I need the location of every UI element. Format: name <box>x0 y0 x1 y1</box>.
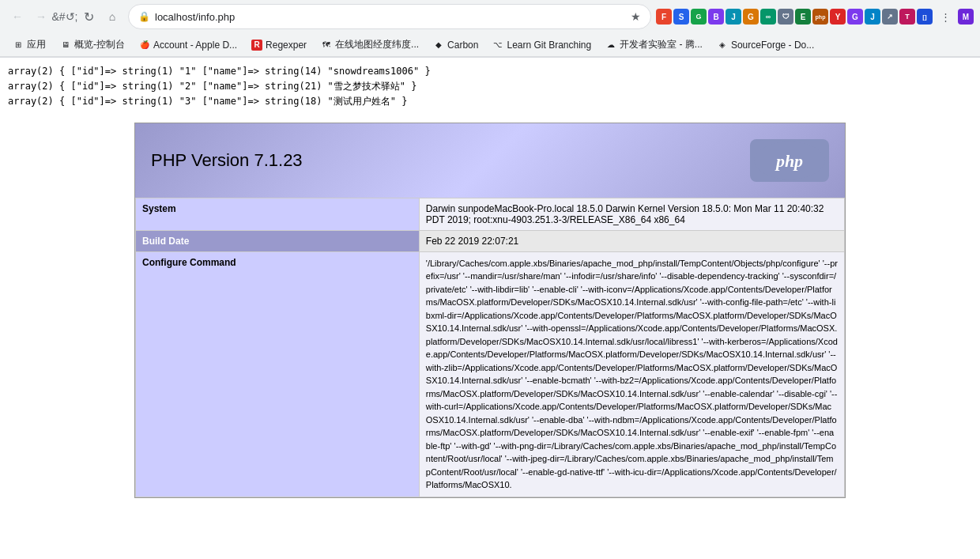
bookmark-devlab-label: 开发者实验室 - 腾... <box>620 38 703 51</box>
ext-icon-1[interactable]: F <box>656 9 672 25</box>
bookmark-apple-label: Account - Apple D... <box>153 40 237 51</box>
ext-icon-8[interactable]: 🛡 <box>778 9 793 25</box>
controlboard-favicon: 🖥 <box>60 40 71 51</box>
php-logo-svg: php <box>754 142 825 179</box>
table-cell-label: Build Date <box>136 230 420 251</box>
url-text: localhost/info.php <box>155 11 626 23</box>
preformatted-output: array(2) { ["id"]=> string(1) "1" ["name… <box>0 58 980 116</box>
output-line-1: array(2) { ["id"]=> string(1) "1" ["name… <box>8 64 972 79</box>
carbon-favicon: ◆ <box>433 40 444 51</box>
ext-icon-12[interactable]: G <box>847 9 863 25</box>
ext-icon-7[interactable]: ∞ <box>760 9 776 25</box>
ext-icon-3[interactable]: G <box>691 9 707 25</box>
bookmark-gitbranching-label: Learn Git Branching <box>507 40 591 51</box>
bookmark-apps-label: 应用 <box>27 38 46 51</box>
sourceforge-favicon: ◈ <box>717 40 728 51</box>
bookmark-controlboard-label: 概览-控制台 <box>74 38 125 51</box>
ext-icon-6[interactable]: G <box>743 9 759 25</box>
ext-icon-4[interactable]: B <box>708 9 724 25</box>
bookmark-carbon-label: Carbon <box>447 40 478 51</box>
table-row: Configure Command'/Library/Caches/com.ap… <box>136 251 845 497</box>
ext-icon-13[interactable]: J <box>865 9 880 25</box>
reload-button[interactable]: &#↺; <box>54 6 76 28</box>
table-cell-value: '/Library/Caches/com.apple.xbs/Binaries/… <box>419 251 844 497</box>
ext-icon-11[interactable]: Y <box>830 9 846 25</box>
bookmark-maps-label: 在线地图经度纬度... <box>335 38 419 51</box>
table-cell-value: Feb 22 2019 22:07:21 <box>419 230 844 251</box>
reload-button[interactable]: ↻ <box>77 6 100 28</box>
table-cell-label: Configure Command <box>136 251 420 497</box>
php-logo: php <box>750 139 829 182</box>
apps-favicon: ⊞ <box>13 40 24 51</box>
maps-favicon: 🗺 <box>321 40 332 51</box>
page-content: array(2) { ["id"]=> string(1) "1" ["name… <box>0 58 980 498</box>
phpinfo-container: PHP Version 7.1.23 php SystemDarwin sunp… <box>134 123 846 498</box>
nav-buttons: ← → &#↺; ↻ ⌂ <box>6 6 123 28</box>
ext-icon-9[interactable]: E <box>795 9 811 25</box>
svg-text:php: php <box>775 151 803 171</box>
browser-toolbar: ← → &#↺; ↻ ⌂ 🔒 localhost/info.php ★ F S … <box>0 0 980 33</box>
ext-icon-15[interactable]: T <box>899 9 915 25</box>
ext-icon-14[interactable]: ↗ <box>882 9 898 25</box>
table-cell-value: Darwin sunpodeMacBook-Pro.local 18.5.0 D… <box>419 198 844 230</box>
bookmark-sourceforge[interactable]: ◈ SourceForge - Do... <box>710 37 820 53</box>
devlab-favicon: ☁ <box>605 40 616 51</box>
table-row: SystemDarwin sunpodeMacBook-Pro.local 18… <box>136 198 845 230</box>
ext-icon-2[interactable]: S <box>673 9 689 25</box>
bookmark-controlboard[interactable]: 🖥 概览-控制台 <box>54 36 131 54</box>
ext-icon-17[interactable]: M <box>958 9 974 25</box>
toolbar-icons: F S G B J G ∞ 🛡 E php Y G J ↗ T [] ⋮ M <box>656 6 974 28</box>
home-button[interactable]: ⌂ <box>101 6 123 28</box>
apple-favicon: 🍎 <box>139 40 150 51</box>
bookmark-sourceforge-label: SourceForge - Do... <box>731 40 814 51</box>
table-row: Build DateFeb 22 2019 22:07:21 <box>136 230 845 251</box>
address-bar[interactable]: 🔒 localhost/info.php ★ <box>128 4 651 29</box>
ext-icon-10[interactable]: php <box>812 9 828 25</box>
bookmark-devlab[interactable]: ☁ 开发者实验室 - 腾... <box>599 36 709 54</box>
bookmark-apple[interactable]: 🍎 Account - Apple D... <box>133 37 243 53</box>
phpinfo-header: PHP Version 7.1.23 php <box>135 123 845 198</box>
php-version-title: PHP Version 7.1.23 <box>151 150 303 171</box>
bookmarks-bar: ⊞ 应用 🖥 概览-控制台 🍎 Account - Apple D... R R… <box>0 33 980 57</box>
ext-icon-5[interactable]: J <box>726 9 741 25</box>
lock-icon: 🔒 <box>138 11 150 22</box>
regexper-favicon: R <box>251 40 262 51</box>
output-line-2: array(2) { ["id"]=> string(1) "2" ["name… <box>8 79 972 94</box>
bookmark-gitbranching[interactable]: ⌥ Learn Git Branching <box>486 37 597 53</box>
phpinfo-table: SystemDarwin sunpodeMacBook-Pro.local 18… <box>135 198 845 497</box>
output-line-3: array(2) { ["id"]=> string(1) "3" ["name… <box>8 94 972 109</box>
forward-button[interactable]: → <box>30 6 52 28</box>
bookmark-star-icon[interactable]: ★ <box>631 10 641 23</box>
ext-icon-16[interactable]: [] <box>917 9 933 25</box>
bookmark-apps[interactable]: ⊞ 应用 <box>6 36 52 54</box>
bookmark-maps[interactable]: 🗺 在线地图经度纬度... <box>315 36 425 54</box>
bookmark-regexper-label: Regexper <box>266 40 307 51</box>
table-cell-label: System <box>136 198 420 230</box>
browser-chrome: ← → &#↺; ↻ ⌂ 🔒 localhost/info.php ★ F S … <box>0 0 980 58</box>
bookmark-carbon[interactable]: ◆ Carbon <box>427 37 484 53</box>
gitbranching-favicon: ⌥ <box>492 40 503 51</box>
more-tools-button[interactable]: ⋮ <box>934 6 956 28</box>
back-button[interactable]: ← <box>6 6 28 28</box>
bookmark-regexper[interactable]: R Regexper <box>245 37 313 53</box>
